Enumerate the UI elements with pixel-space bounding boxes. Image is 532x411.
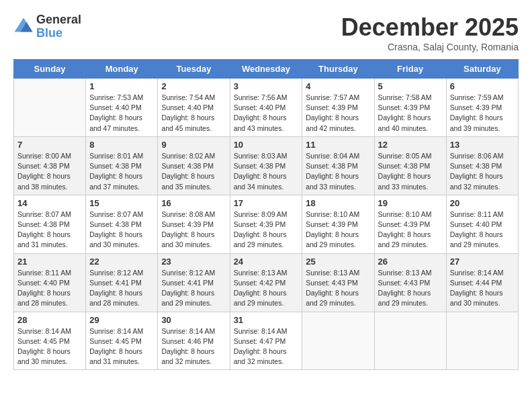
calendar-week-row: 28Sunrise: 8:14 AMSunset: 4:45 PMDayligh… — [14, 312, 519, 370]
day-detail: Sunrise: 8:12 AM — [161, 268, 226, 278]
calendar-week-row: 1Sunrise: 7:53 AMSunset: 4:40 PMDaylight… — [14, 79, 519, 137]
day-detail: Sunrise: 8:09 AM — [234, 210, 299, 220]
day-info: Sunrise: 8:11 AMSunset: 4:40 PMDaylight:… — [450, 210, 515, 250]
day-info: Sunrise: 8:14 AMSunset: 4:45 PMDaylight:… — [89, 326, 154, 367]
day-number: 20 — [450, 198, 515, 208]
day-info: Sunrise: 7:59 AMSunset: 4:39 PMDaylight:… — [450, 93, 515, 134]
calendar-header-thursday: Thursday — [302, 60, 374, 79]
calendar-day-cell — [302, 312, 374, 370]
day-detail: Sunset: 4:43 PM — [306, 278, 370, 288]
day-detail: Daylight: 8 hours and 29 minutes. — [161, 288, 226, 308]
day-number: 13 — [450, 140, 515, 150]
day-detail: Sunrise: 7:58 AM — [378, 93, 443, 103]
day-detail: Sunset: 4:38 PM — [89, 220, 154, 230]
day-number: 9 — [161, 140, 226, 150]
calendar-day-cell — [446, 312, 518, 370]
day-detail: Sunset: 4:40 PM — [89, 103, 154, 113]
day-number: 10 — [234, 140, 299, 150]
calendar-header-tuesday: Tuesday — [158, 60, 230, 79]
title-section: December 2025 Crasna, Salaj County, Roma… — [341, 13, 519, 52]
calendar-day-cell: 22Sunrise: 8:12 AMSunset: 4:41 PMDayligh… — [86, 253, 158, 312]
calendar-day-cell: 3Sunrise: 7:56 AMSunset: 4:40 PMDaylight… — [230, 79, 302, 137]
day-info: Sunrise: 8:11 AMSunset: 4:40 PMDaylight:… — [17, 268, 82, 309]
day-number: 4 — [306, 81, 370, 91]
day-detail: Daylight: 8 hours and 33 minutes. — [378, 171, 443, 191]
day-info: Sunrise: 8:05 AMSunset: 4:38 PMDaylight:… — [378, 151, 443, 192]
day-detail: Daylight: 8 hours and 29 minutes. — [306, 288, 370, 308]
day-number: 24 — [234, 257, 299, 267]
calendar-week-row: 21Sunrise: 8:11 AMSunset: 4:40 PMDayligh… — [14, 253, 519, 312]
calendar-header-sunday: Sunday — [14, 60, 86, 79]
calendar-header-friday: Friday — [374, 60, 446, 79]
day-detail: Daylight: 8 hours and 31 minutes. — [17, 230, 82, 250]
day-detail: Sunset: 4:41 PM — [89, 278, 154, 288]
day-info: Sunrise: 7:57 AMSunset: 4:39 PMDaylight:… — [306, 93, 370, 134]
calendar-day-cell: 13Sunrise: 8:06 AMSunset: 4:38 PMDayligh… — [446, 136, 518, 195]
day-detail: Sunrise: 8:06 AM — [450, 151, 515, 161]
day-detail: Sunset: 4:39 PM — [378, 103, 443, 113]
day-number: 29 — [89, 315, 154, 325]
calendar-day-cell: 19Sunrise: 8:10 AMSunset: 4:39 PMDayligh… — [374, 195, 446, 253]
day-number: 19 — [378, 198, 443, 208]
day-number: 23 — [161, 257, 226, 267]
calendar-day-cell: 26Sunrise: 8:13 AMSunset: 4:43 PMDayligh… — [374, 253, 446, 312]
day-detail: Sunset: 4:45 PM — [89, 336, 154, 347]
day-detail: Daylight: 8 hours and 33 minutes. — [306, 171, 370, 191]
day-detail: Sunset: 4:38 PM — [306, 161, 370, 171]
day-number: 7 — [17, 140, 82, 150]
day-detail: Sunrise: 8:07 AM — [17, 210, 82, 220]
day-detail: Sunrise: 8:13 AM — [306, 268, 370, 278]
day-detail: Sunset: 4:40 PM — [234, 103, 299, 113]
calendar-day-cell: 1Sunrise: 7:53 AMSunset: 4:40 PMDaylight… — [86, 79, 158, 137]
location-subtitle: Crasna, Salaj County, Romania — [341, 42, 519, 52]
day-detail: Sunrise: 8:13 AM — [234, 268, 299, 278]
day-detail: Daylight: 8 hours and 35 minutes. — [161, 171, 226, 191]
logo-text: General Blue — [36, 13, 81, 40]
day-detail: Daylight: 8 hours and 38 minutes. — [17, 171, 82, 191]
day-detail: Daylight: 8 hours and 29 minutes. — [378, 230, 443, 250]
day-number: 8 — [89, 140, 154, 150]
calendar-week-row: 7Sunrise: 8:00 AMSunset: 4:38 PMDaylight… — [14, 136, 519, 195]
calendar-day-cell: 28Sunrise: 8:14 AMSunset: 4:45 PMDayligh… — [14, 312, 86, 370]
calendar-day-cell: 12Sunrise: 8:05 AMSunset: 4:38 PMDayligh… — [374, 136, 446, 195]
calendar-day-cell: 23Sunrise: 8:12 AMSunset: 4:41 PMDayligh… — [158, 253, 230, 312]
day-number: 1 — [89, 81, 154, 91]
day-info: Sunrise: 8:02 AMSunset: 4:38 PMDaylight:… — [161, 151, 226, 192]
day-detail: Sunset: 4:39 PM — [378, 220, 443, 230]
day-detail: Sunset: 4:38 PM — [161, 161, 226, 171]
day-number: 30 — [161, 315, 226, 325]
logo-icon — [13, 17, 34, 37]
day-detail: Sunrise: 8:05 AM — [378, 151, 443, 161]
day-detail: Daylight: 8 hours and 30 minutes. — [17, 347, 82, 367]
day-number: 6 — [450, 81, 515, 91]
day-detail: Sunset: 4:38 PM — [89, 161, 154, 171]
day-detail: Daylight: 8 hours and 47 minutes. — [89, 113, 154, 133]
day-number: 21 — [17, 257, 82, 267]
calendar-week-row: 14Sunrise: 8:07 AMSunset: 4:38 PMDayligh… — [14, 195, 519, 253]
day-info: Sunrise: 8:10 AMSunset: 4:39 PMDaylight:… — [306, 210, 370, 250]
day-number: 15 — [89, 198, 154, 208]
day-detail: Daylight: 8 hours and 28 minutes. — [17, 288, 82, 308]
calendar-day-cell — [14, 79, 86, 137]
day-detail: Sunset: 4:43 PM — [378, 278, 443, 288]
day-info: Sunrise: 8:06 AMSunset: 4:38 PMDaylight:… — [450, 151, 515, 192]
calendar-day-cell: 6Sunrise: 7:59 AMSunset: 4:39 PMDaylight… — [446, 79, 518, 137]
calendar-day-cell — [374, 312, 446, 370]
day-detail: Daylight: 8 hours and 42 minutes. — [306, 113, 370, 133]
day-detail: Sunset: 4:44 PM — [450, 278, 515, 288]
day-info: Sunrise: 8:07 AMSunset: 4:38 PMDaylight:… — [89, 210, 154, 250]
day-detail: Sunset: 4:39 PM — [161, 220, 226, 230]
day-detail: Daylight: 8 hours and 32 minutes. — [161, 347, 226, 367]
day-detail: Sunset: 4:38 PM — [378, 161, 443, 171]
calendar-header-row: SundayMondayTuesdayWednesdayThursdayFrid… — [14, 60, 519, 79]
day-detail: Daylight: 8 hours and 32 minutes. — [450, 171, 515, 191]
day-detail: Sunset: 4:40 PM — [450, 220, 515, 230]
day-info: Sunrise: 8:14 AMSunset: 4:45 PMDaylight:… — [17, 326, 82, 367]
day-info: Sunrise: 8:10 AMSunset: 4:39 PMDaylight:… — [378, 210, 443, 250]
logo-general-text: General — [36, 13, 81, 27]
day-detail: Sunrise: 7:54 AM — [161, 93, 226, 103]
day-info: Sunrise: 8:14 AMSunset: 4:46 PMDaylight:… — [161, 326, 226, 367]
calendar-day-cell: 16Sunrise: 8:08 AMSunset: 4:39 PMDayligh… — [158, 195, 230, 253]
day-detail: Sunset: 4:46 PM — [161, 336, 226, 347]
day-detail: Sunrise: 8:10 AM — [306, 210, 370, 220]
